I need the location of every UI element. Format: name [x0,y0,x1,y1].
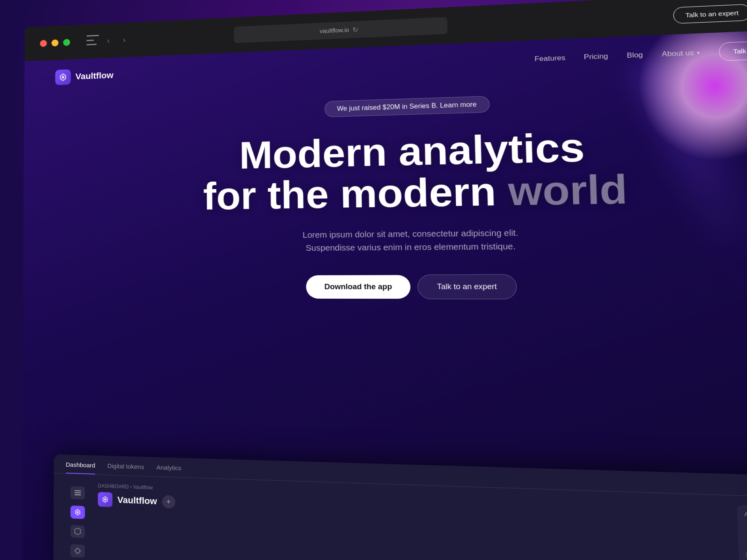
nav-talk-button[interactable]: Talk to an expert [719,39,747,61]
bar-row-1: 2,394 [745,523,747,532]
hero-subtitle: Lorem ipsum dolor sit amet, consectetur … [279,226,545,254]
nav-about[interactable]: About us [662,48,700,58]
website-content: Vaultflow Features Pricing Blog About us… [22,28,747,560]
bar-label-2: 1,424 [745,531,747,537]
bar-label-1: 2,394 [745,523,747,529]
logo-text: Vaultflow [75,70,114,81]
hero-title-line2: for the modern [203,169,497,218]
hero-buttons: Download the app Talk to an expert [54,273,747,300]
svg-marker-5 [75,528,81,535]
nav-blog[interactable]: Blog [627,51,643,60]
tab-analytics[interactable]: Analytics [156,464,181,477]
svg-rect-1 [75,490,81,492]
logo-icon [55,69,71,85]
window-controls: ‹ › [40,33,131,50]
close-button[interactable] [40,40,47,47]
svg-rect-3 [75,494,81,495]
forward-button[interactable]: › [118,33,131,46]
dashboard-right-panel: Active Users 2,394 1,424 594 [737,505,747,560]
sidebar-logo-icon[interactable] [70,506,85,519]
back-button[interactable]: ‹ [102,34,115,47]
bar-row-3: 594 [745,539,747,549]
download-button[interactable]: Download the app [306,275,411,299]
dashboard-preview: Dashboard Digital tokens Analytics [53,454,747,560]
dashboard-title: Vaultflow [117,495,157,507]
os-talk-button[interactable]: Talk to an expert [673,4,747,23]
browser-nav: ‹ › [82,33,130,48]
hero-title-line3: world [508,166,628,214]
tab-dashboard[interactable]: Dashboard [66,461,95,474]
active-users-label: Active Users [744,511,747,521]
dashboard-main: DASHBOARD › Vaultflow Vaultflow + [98,483,730,560]
bar-label-3: 594 [745,539,747,546]
minimize-button[interactable] [51,39,58,46]
nav-actions: Talk to an expert [719,39,747,61]
url-text: vaultflow.io [320,27,349,35]
dashboard-sidebar [65,482,89,558]
dashboard-logo [98,492,113,507]
maximize-button[interactable] [63,39,70,46]
tab-digital-tokens[interactable]: Digital tokens [107,462,144,476]
add-button[interactable]: + [162,495,175,509]
sidebar-toggle-icon[interactable] [86,35,99,46]
expert-button[interactable]: Talk to an expert [417,274,517,299]
hero-title: Modern analytics for the modern world [55,121,747,219]
date-pill: May 202 [746,550,747,560]
browser-chrome: ‹ › vaultflow.io ↻ Talk to an expert Dow… [0,0,747,560]
active-users-chart: 2,394 1,424 594 [745,523,747,549]
svg-marker-6 [75,548,81,554]
sidebar-menu-icon[interactable] [70,486,85,499]
sidebar-hex-icon[interactable] [70,525,85,538]
svg-rect-2 [75,492,81,494]
url-bar[interactable]: vaultflow.io ↻ [234,17,447,43]
reload-icon[interactable]: ↻ [352,26,358,33]
hero-section: We just raised $20M in Series B. Learn m… [23,67,747,327]
logo-area: Vaultflow [55,67,114,85]
browser-actions: Talk to an expert Download [673,0,747,23]
nav-features[interactable]: Features [535,54,566,63]
nav-links: Features Pricing Blog About us [535,48,700,63]
announcement-badge[interactable]: We just raised $20M in Series B. Learn m… [324,96,490,117]
nav-pricing[interactable]: Pricing [584,52,608,61]
sidebar-diamond-icon[interactable] [70,544,85,558]
